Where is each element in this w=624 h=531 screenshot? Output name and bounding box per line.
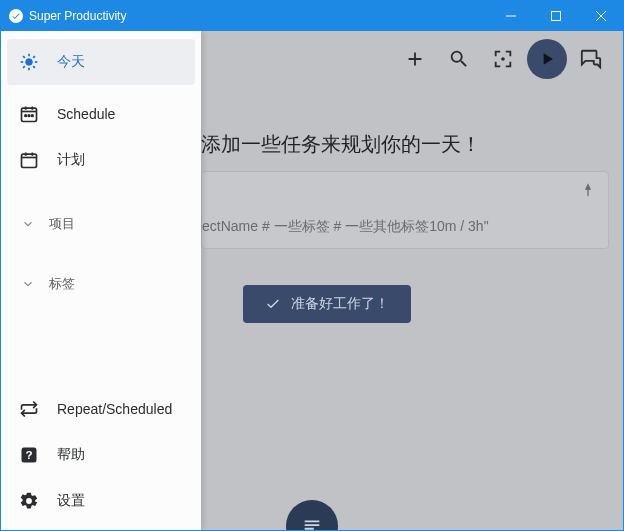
sidebar-item-tags[interactable]: 标签: [1, 261, 201, 307]
task-input-hint: ectName # 一些标签 # 一些其他标签10m / 3h": [202, 218, 489, 236]
sidebar-group-main: Schedule 计划: [1, 91, 201, 183]
chevron-down-icon: [21, 217, 35, 231]
sun-icon: [19, 52, 39, 72]
ready-button-label: 准备好工作了！: [291, 295, 389, 313]
svg-point-19: [28, 115, 30, 117]
minimize-button[interactable]: [488, 1, 533, 31]
focus-button[interactable]: [483, 39, 523, 79]
svg-line-10: [23, 56, 25, 58]
play-button[interactable]: [527, 39, 567, 79]
svg-point-4: [501, 57, 505, 61]
calendar-dots-icon: [19, 104, 39, 124]
svg-line-13: [33, 56, 35, 58]
window-controls: [488, 1, 623, 31]
sidebar-item-projects[interactable]: 项目: [1, 201, 201, 247]
sidebar: 今天 Schedule 计划 项目 标签: [1, 31, 201, 530]
sidebar-item-today[interactable]: 今天: [7, 39, 195, 85]
add-task-card[interactable]: ectName # 一些标签 # 一些其他标签10m / 3h": [201, 171, 609, 249]
app-body: 添加一些任务来规划你的一天！ ectName # 一些标签 # 一些其他标签10…: [1, 31, 623, 530]
svg-point-5: [26, 59, 33, 66]
sidebar-item-plan[interactable]: 计划: [1, 137, 201, 183]
sidebar-label: 标签: [49, 275, 75, 293]
empty-state-heading: 添加一些任务来规划你的一天！: [201, 131, 481, 158]
svg-line-11: [33, 66, 35, 68]
sidebar-item-repeat[interactable]: Repeat/Scheduled: [1, 386, 201, 432]
ready-to-work-button[interactable]: 准备好工作了！: [243, 285, 411, 323]
svg-point-20: [32, 115, 34, 117]
svg-rect-21: [22, 154, 37, 167]
sidebar-label: 帮助: [57, 446, 85, 464]
top-toolbar: [395, 31, 623, 87]
svg-point-18: [25, 115, 27, 117]
help-icon: ?: [19, 445, 39, 465]
close-button[interactable]: [578, 1, 623, 31]
sidebar-label: 计划: [57, 151, 85, 169]
titlebar: Super Productivity: [1, 1, 623, 31]
sidebar-item-schedule[interactable]: Schedule: [1, 91, 201, 137]
svg-text:?: ?: [25, 448, 32, 461]
notes-button[interactable]: [571, 39, 611, 79]
sidebar-item-help[interactable]: ? 帮助: [1, 432, 201, 478]
svg-line-12: [23, 66, 25, 68]
search-button[interactable]: [439, 39, 479, 79]
sidebar-label: 今天: [57, 53, 85, 71]
gear-icon: [19, 491, 39, 511]
pin-icon[interactable]: [580, 182, 596, 202]
maximize-button[interactable]: [533, 1, 578, 31]
sidebar-item-settings[interactable]: 设置: [1, 478, 201, 524]
svg-rect-1: [551, 12, 560, 21]
repeat-icon: [19, 399, 39, 419]
check-icon: [265, 296, 281, 312]
calendar-icon: [19, 150, 39, 170]
app-window: Super Productivity: [0, 0, 624, 531]
bottom-fab[interactable]: [286, 500, 338, 530]
app-logo-icon: [9, 9, 23, 23]
sidebar-label: 项目: [49, 215, 75, 233]
sidebar-label: Schedule: [57, 106, 115, 122]
sidebar-label: Repeat/Scheduled: [57, 401, 172, 417]
sidebar-label: 设置: [57, 492, 85, 510]
window-title: Super Productivity: [29, 9, 488, 23]
add-button[interactable]: [395, 39, 435, 79]
chevron-down-icon: [21, 277, 35, 291]
